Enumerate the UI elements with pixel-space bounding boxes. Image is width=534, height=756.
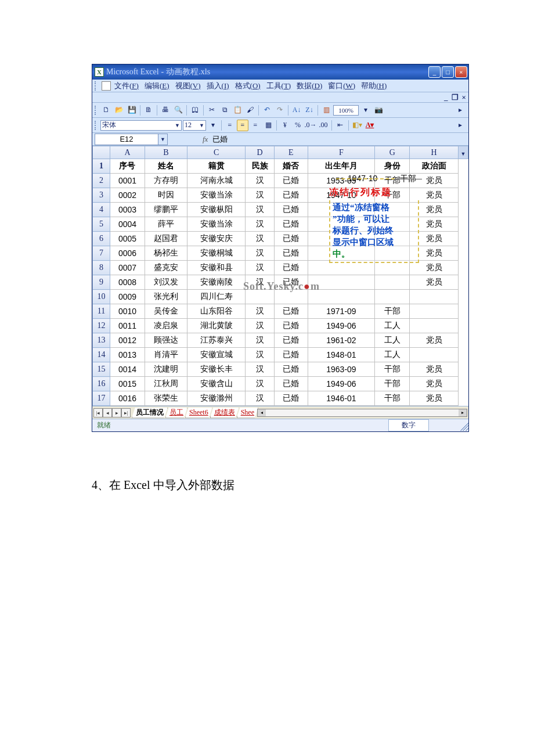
cell[interactable]: 汉 [246, 333, 274, 348]
col-header-A[interactable]: A [110, 146, 145, 159]
cell[interactable]: 安徽当涂 [187, 188, 246, 203]
row-header[interactable]: 8 [93, 261, 110, 275]
cell[interactable]: 汉 [246, 232, 274, 246]
sheet-tab-1[interactable]: 员工情况 [132, 408, 168, 418]
research-icon[interactable]: 🕮 [189, 105, 201, 116]
menu-file[interactable]: 文件(F) [114, 81, 139, 91]
undo-icon[interactable]: ↶ [261, 105, 273, 116]
preview-icon[interactable]: 🔍 [172, 105, 184, 116]
tab-nav-next[interactable]: ▸ [112, 408, 121, 417]
cell[interactable]: 顾强达 [145, 333, 187, 348]
tab-nav-last[interactable]: ▸| [121, 408, 131, 417]
maximize-button[interactable]: □ [442, 66, 454, 78]
cell[interactable]: 江秋周 [145, 377, 187, 391]
cell[interactable]: 出生年月 [308, 159, 375, 174]
cell[interactable]: 0008 [110, 275, 145, 290]
row-header[interactable]: 3 [93, 188, 110, 203]
merge-center-icon[interactable]: ▦ [262, 120, 274, 131]
cell[interactable]: 缪鹏平 [145, 203, 187, 217]
menu-tools[interactable]: 工具(T) [266, 81, 291, 91]
menu-view[interactable]: 视图(V) [175, 81, 201, 91]
chart-icon[interactable]: ▥ [320, 105, 332, 116]
sheet-tab-3[interactable]: Sheet6 [185, 408, 212, 418]
align-left-icon[interactable]: ≡ [224, 120, 236, 131]
cell[interactable]: 已婚 [274, 362, 308, 377]
cell[interactable]: 1971-09 [308, 304, 375, 319]
cell[interactable]: 已婚 [274, 304, 308, 319]
sheet-tab-2[interactable]: 员工 [165, 408, 187, 418]
cell[interactable]: 时因 [145, 188, 187, 203]
cell[interactable]: 汉 [246, 377, 274, 391]
cell[interactable]: 汉 [246, 188, 274, 203]
cell[interactable]: 张荣生 [145, 391, 187, 406]
cell[interactable] [410, 290, 459, 304]
cell[interactable]: 工人 [375, 333, 410, 348]
paste-icon[interactable]: 📋 [232, 105, 243, 116]
row-header[interactable]: 2 [93, 174, 110, 188]
mdi-minimize-button[interactable]: _ [444, 93, 448, 102]
row-header[interactable]: 16 [93, 377, 110, 391]
print-icon[interactable]: 🖶 [160, 105, 171, 116]
redo-icon[interactable]: ↷ [274, 105, 286, 116]
cell[interactable]: 肖清平 [145, 348, 187, 362]
cell[interactable]: 0003 [110, 203, 145, 217]
cell[interactable]: 0014 [110, 362, 145, 377]
zoom-dropdown-icon[interactable]: ▾ [360, 105, 371, 116]
cell[interactable]: 汉 [246, 217, 274, 232]
cell[interactable]: 党员 [410, 377, 459, 391]
cell[interactable]: 干部 [375, 377, 410, 391]
select-all-corner[interactable] [93, 146, 110, 159]
sort-asc-icon[interactable]: A↓ [291, 105, 302, 116]
tab-nav-prev[interactable]: ◂ [103, 408, 112, 417]
sheet-tab-4[interactable]: 成绩表 [210, 408, 239, 418]
cell[interactable]: 吴传金 [145, 304, 187, 319]
cell[interactable]: 0012 [110, 333, 145, 348]
sheet-tab-5[interactable]: Shee [237, 408, 258, 418]
menu-data[interactable]: 数据(D) [297, 81, 322, 91]
align-center-icon[interactable]: ≡ [237, 120, 248, 131]
cell[interactable]: 民族 [246, 159, 274, 174]
horizontal-scrollbar[interactable]: ◂ ▸ [257, 409, 467, 417]
fmtbar-options-icon[interactable]: ▸ [454, 120, 466, 131]
cell[interactable]: 姓名 [145, 159, 187, 174]
name-box[interactable]: E12 [95, 134, 158, 145]
cell[interactable]: 0007 [110, 261, 145, 275]
cell[interactable]: 凌启泉 [145, 319, 187, 333]
cell[interactable]: 湖北黄陂 [187, 319, 246, 333]
cell[interactable]: 1949-06 [308, 377, 375, 391]
menu-help[interactable]: 帮助(H) [361, 81, 387, 91]
cell[interactable]: 安徽长丰 [187, 362, 246, 377]
cell[interactable]: 薛平 [145, 217, 187, 232]
decrease-decimal-icon[interactable]: .00 [317, 120, 329, 131]
cell[interactable]: 工人 [375, 319, 410, 333]
cell[interactable]: 汉 [246, 261, 274, 275]
cell[interactable]: 张光利 [145, 290, 187, 304]
cell[interactable]: 已婚 [274, 246, 308, 261]
col-header-C[interactable]: C [187, 146, 246, 159]
cell[interactable]: 党员 [410, 174, 459, 188]
resize-grip[interactable] [458, 420, 468, 431]
menu-edit[interactable]: 编辑(E) [145, 81, 169, 91]
minimize-button[interactable]: _ [428, 66, 441, 78]
toolbar-handle[interactable] [95, 106, 98, 115]
cell[interactable] [410, 319, 459, 333]
menu-handle[interactable] [95, 81, 98, 91]
row-header[interactable]: 15 [93, 362, 110, 377]
cell[interactable]: 0011 [110, 319, 145, 333]
col-header-G[interactable]: G [375, 146, 410, 159]
cell[interactable] [375, 275, 410, 290]
cell[interactable]: 已婚 [274, 319, 308, 333]
cell[interactable]: 已婚 [274, 203, 308, 217]
align-right-icon[interactable]: ≡ [250, 120, 261, 131]
formula-value[interactable]: 已婚 [212, 134, 228, 145]
cell[interactable]: 安徽含山 [187, 377, 246, 391]
cell[interactable]: 已婚 [274, 174, 308, 188]
cell[interactable]: 党员 [410, 275, 459, 290]
vertical-scrollbar[interactable]: ▲ ▼ [458, 146, 468, 159]
cell[interactable]: 1948-01 [308, 348, 375, 362]
new-icon[interactable]: 🗋 [100, 105, 112, 116]
cell[interactable]: 干部 [375, 304, 410, 319]
cell[interactable]: 身份 [375, 159, 410, 174]
col-header-D[interactable]: D [246, 146, 274, 159]
cell[interactable]: 河南永城 [187, 174, 246, 188]
